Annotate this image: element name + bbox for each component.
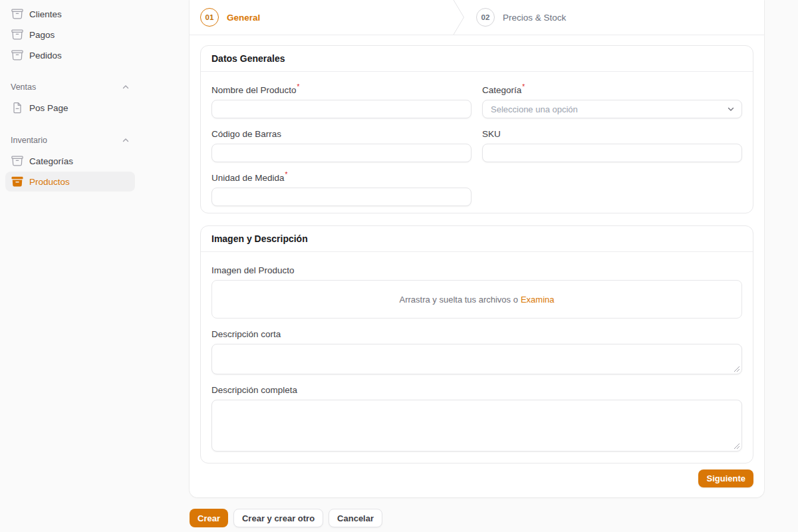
section-header: Imagen y Descripción <box>201 226 753 252</box>
document-icon <box>11 101 24 114</box>
empty-grid-cell <box>482 173 742 206</box>
field-label: Descripción corta <box>211 329 742 340</box>
field-descripcion-corta: Descripción corta <box>211 329 742 374</box>
wizard-step-precios-stock[interactable]: 02 Precios & Stock <box>476 0 566 35</box>
sidebar-group-label: Inventario <box>11 136 47 145</box>
required-asterisk: * <box>297 84 300 90</box>
sidebar-item-label: Pedidos <box>29 51 62 61</box>
sidebar-item-pedidos[interactable]: Pedidos <box>5 45 135 65</box>
product-form-card: 01 General 02 Precios & Stock Datos Gene… <box>190 0 764 497</box>
dropzone-text: Arrastra y suelta tus archivos o <box>399 295 517 305</box>
field-label: Código de Barras <box>211 129 471 140</box>
field-categoria: Categoría* Seleccione una opción <box>482 85 742 118</box>
sidebar-nav: Clientes Pagos <box>0 0 190 192</box>
section-body: Imagen del Producto Arrastra y suelta tu… <box>201 252 753 462</box>
sidebar-group-label: Ventas <box>11 82 36 92</box>
form-actions: Crear Crear y crear otro Cancelar <box>190 509 382 527</box>
wizard-step-general[interactable]: 01 General <box>200 0 260 35</box>
sidebar-item-label: Productos <box>29 177 70 187</box>
section-title: Datos Generales <box>211 53 285 64</box>
section-title: Imagen y Descripción <box>211 233 308 244</box>
field-unidad-de-medida: Unidad de Medida* <box>211 173 471 206</box>
field-sku: SKU <box>482 129 742 162</box>
field-label: SKU <box>482 129 742 140</box>
cancelar-button[interactable]: Cancelar <box>329 509 382 527</box>
sidebar-group-ventas[interactable]: Ventas <box>5 80 135 94</box>
field-label: Unidad de Medida* <box>211 173 471 184</box>
screen: Clientes Pagos <box>0 0 798 532</box>
section-header: Datos Generales <box>201 46 753 72</box>
file-dropzone[interactable]: Arrastra y suelta tus archivos o Examina <box>211 280 742 319</box>
archive-box-icon <box>11 7 24 21</box>
crear-button[interactable]: Crear <box>190 509 228 527</box>
sidebar-item-label: Pos Page <box>29 103 68 113</box>
sidebar-group-inventario[interactable]: Inventario <box>5 134 135 147</box>
field-imagen-del-producto: Imagen del Producto Arrastra y suelta tu… <box>211 265 742 319</box>
archive-box-icon <box>11 49 24 62</box>
chevron-down-icon <box>727 105 735 113</box>
step-separator-chevron-icon <box>453 0 465 37</box>
sidebar-item-label: Clientes <box>29 9 62 19</box>
chevron-up-icon <box>122 83 130 91</box>
select-placeholder: Seleccione una opción <box>491 104 578 114</box>
sidebar-item-categorias[interactable]: Categorías <box>5 151 135 171</box>
step-number-badge: 01 <box>200 8 219 27</box>
codigo-de-barras-input[interactable] <box>211 144 471 162</box>
crear-y-crear-otro-button[interactable]: Crear y crear otro <box>233 509 323 527</box>
sidebar-item-clientes[interactable]: Clientes <box>5 4 135 24</box>
field-label: Categoría* <box>482 85 742 96</box>
field-label: Nombre del Producto* <box>211 85 471 96</box>
chevron-up-icon <box>122 136 130 144</box>
step-number-badge: 02 <box>476 8 495 27</box>
section-imagen-descripcion: Imagen y Descripción Imagen del Producto… <box>200 225 753 464</box>
field-codigo-de-barras: Código de Barras <box>211 129 471 162</box>
section-datos-generales: Datos Generales Nombre del Producto* Cat… <box>200 45 753 213</box>
sidebar-item-pos-page[interactable]: Pos Page <box>5 98 135 118</box>
descripcion-completa-textarea[interactable] <box>211 400 742 452</box>
archive-box-icon <box>11 28 24 41</box>
wizard-stepper: 01 General 02 Precios & Stock <box>190 0 764 35</box>
sidebar-item-label: Categorías <box>29 156 73 166</box>
descripcion-corta-textarea[interactable] <box>211 344 742 374</box>
sku-input[interactable] <box>482 144 742 162</box>
step-label: General <box>227 13 260 23</box>
field-descripcion-completa: Descripción completa <box>211 385 742 452</box>
archive-box-icon <box>11 154 24 168</box>
nombre-del-producto-input[interactable] <box>211 100 471 118</box>
unidad-de-medida-input[interactable] <box>211 188 471 206</box>
sidebar: Clientes Pagos <box>0 0 190 532</box>
sidebar-item-label: Pagos <box>29 30 55 40</box>
browse-files-link[interactable]: Examina <box>521 295 555 305</box>
required-asterisk: * <box>522 84 525 90</box>
sidebar-item-pagos[interactable]: Pagos <box>5 25 135 45</box>
step-label: Precios & Stock <box>503 13 566 23</box>
field-label: Imagen del Producto <box>211 265 742 276</box>
required-asterisk: * <box>285 172 288 178</box>
field-nombre-del-producto: Nombre del Producto* <box>211 85 471 118</box>
section-body: Nombre del Producto* Categoría* Seleccio… <box>201 72 753 217</box>
archive-box-icon <box>11 175 24 188</box>
siguiente-button[interactable]: Siguiente <box>698 469 753 487</box>
categoria-select[interactable]: Seleccione una opción <box>482 100 742 118</box>
sidebar-item-productos[interactable]: Productos <box>5 172 135 192</box>
field-label: Descripción completa <box>211 385 742 396</box>
